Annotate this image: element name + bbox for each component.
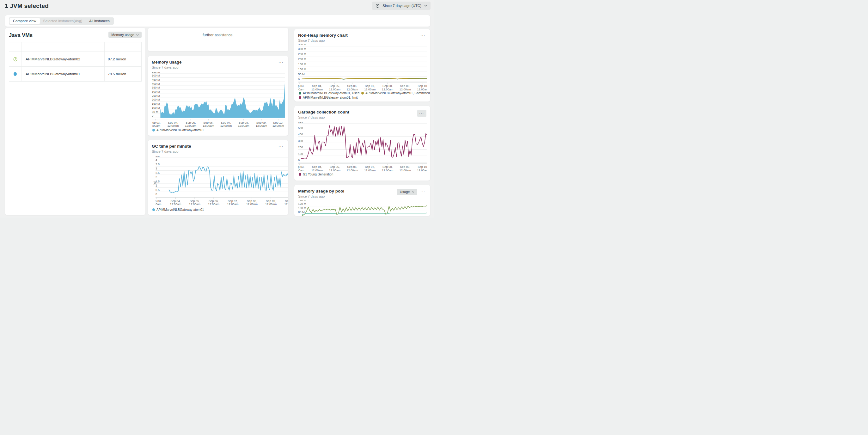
svg-text:140 M: 140 M bbox=[298, 200, 306, 202]
svg-text:Sep 09,12:00am: Sep 09,12:00am bbox=[265, 199, 277, 206]
svg-text:2.5: 2.5 bbox=[156, 172, 160, 175]
svg-text:120 M: 120 M bbox=[298, 202, 306, 206]
gc-time-title: GC time per minute bbox=[152, 144, 191, 149]
tab-selected-instances-avg-[interactable]: Selected instances(Avg) bbox=[40, 18, 86, 24]
more-menu-button[interactable]: ··· bbox=[278, 144, 285, 150]
svg-text:150 M: 150 M bbox=[152, 102, 160, 105]
svg-text:150 M: 150 M bbox=[298, 63, 306, 66]
svg-text:Sep 03,2:00am: Sep 03,2:00am bbox=[156, 199, 161, 206]
tab-compare-view[interactable]: Compare view bbox=[9, 18, 40, 24]
time-picker-label: Since 7 days ago (UTC) bbox=[382, 4, 421, 8]
chevron-down-icon bbox=[424, 5, 427, 7]
time-picker-button[interactable]: Since 7 days ago (UTC) bbox=[372, 2, 431, 10]
svg-text:0: 0 bbox=[298, 159, 300, 162]
legend-item[interactable]: APIMMarvelNLBGateway-atom01, Committed bbox=[361, 91, 430, 95]
jvm-table-row[interactable]: APIMMarvelNLBGateway-atom0287.2 million bbox=[9, 52, 141, 66]
legend-item[interactable]: APIMMarvelNLBGateway-atom01, limit bbox=[299, 96, 360, 99]
legend-label: G1 Young Generation bbox=[303, 173, 333, 176]
java-vms-title: Java VMs bbox=[9, 32, 33, 38]
svg-text:400: 400 bbox=[298, 133, 303, 136]
legend-item[interactable]: APIMMarvelNLBGateway-atom01 bbox=[152, 128, 204, 132]
memory-usage-subtitle: Since 7 days ago bbox=[152, 65, 182, 69]
svg-text:50 M: 50 M bbox=[152, 110, 158, 114]
legend-dot-icon bbox=[152, 208, 155, 211]
legend-dot-icon bbox=[299, 92, 301, 95]
svg-text:Sep 05,12:00am: Sep 05,12:00am bbox=[329, 85, 340, 90]
svg-text:Sep 07,12:00am: Sep 07,12:00am bbox=[220, 121, 232, 127]
gc-time-subtitle: Since 7 days ago bbox=[152, 150, 191, 153]
svg-text:Sep 04,12:00am: Sep 04,12:00am bbox=[167, 121, 179, 127]
svg-text:Sep 04,12:00am: Sep 04,12:00am bbox=[170, 199, 181, 206]
pool-metric-dropdown[interactable]: Usage bbox=[397, 189, 417, 195]
jvm-table: APIMMarvelNLBGateway-atom0287.2 millionA… bbox=[9, 42, 142, 82]
svg-text:0.5: 0.5 bbox=[156, 188, 160, 192]
svg-text:Sep 05,12:00am: Sep 05,12:00am bbox=[329, 165, 340, 172]
gc-time-legend: APIMMarvelNLBGateway-atom01 bbox=[152, 208, 284, 212]
gc-count-legend: G1 Young Generation bbox=[298, 173, 426, 176]
svg-text:0: 0 bbox=[298, 78, 300, 81]
svg-text:Sep 03,2:00am: Sep 03,2:00am bbox=[298, 165, 304, 172]
svg-text:500: 500 bbox=[298, 126, 303, 130]
legend-dot-icon bbox=[299, 96, 301, 99]
svg-text:Sep 08,12:00am: Sep 08,12:00am bbox=[246, 199, 258, 206]
view-tab-bar: Compare viewSelected instances(Avg)All i… bbox=[5, 15, 431, 27]
svg-text:Sep 04,12:00am: Sep 04,12:00am bbox=[311, 85, 323, 90]
svg-text:250 M: 250 M bbox=[152, 94, 160, 97]
more-menu-button[interactable]: ··· bbox=[420, 189, 427, 195]
svg-text:Sep 09,12:00am: Sep 09,12:00am bbox=[400, 165, 411, 172]
svg-text:100 M: 100 M bbox=[298, 68, 306, 71]
svg-text:200: 200 bbox=[298, 146, 303, 149]
svg-text:Sep 07,12:00am: Sep 07,12:00am bbox=[364, 165, 375, 172]
svg-text:3.5: 3.5 bbox=[156, 163, 160, 166]
svg-text:Sep 04,12:00am: Sep 04,12:00am bbox=[311, 165, 323, 172]
svg-text:350 M: 350 M bbox=[152, 86, 160, 89]
jvm-table-row[interactable]: APIMMarvelNLBGateway-atom0179.5 million bbox=[9, 66, 141, 81]
memory-pool-title: Memory usage by pool bbox=[298, 189, 344, 193]
more-menu-button[interactable]: ··· bbox=[420, 33, 427, 39]
svg-text:0: 0 bbox=[152, 114, 153, 117]
svg-text:450 M: 450 M bbox=[152, 78, 160, 81]
legend-label: APIMMarvelNLBGateway-atom01, limit bbox=[303, 96, 358, 99]
legend-label: APIMMarvelNLBGateway-atom01 bbox=[156, 128, 204, 132]
gc-time-chart[interactable]: (%) 4.543.532.521.510.50Sep 03,2:00amSep… bbox=[156, 156, 284, 207]
selected-instance-dot-icon bbox=[9, 67, 22, 81]
jvm-table-header-icon-col bbox=[9, 42, 22, 52]
memory-usage-card: Memory usage Since 7 days ago ··· 550 M5… bbox=[148, 56, 288, 136]
svg-text:Sep 08,12:00am: Sep 08,12:00am bbox=[382, 165, 393, 172]
memory-pool-chart[interactable]: 140 M120 M100 M80 M bbox=[298, 200, 426, 216]
no-data-circle-icon bbox=[9, 52, 22, 66]
legend-item[interactable]: APIMMarvelNLBGateway-atom01 bbox=[152, 208, 204, 212]
svg-text:4: 4 bbox=[156, 158, 157, 161]
svg-text:3: 3 bbox=[156, 167, 157, 170]
svg-text:Sep 06,12:00am: Sep 06,12:00am bbox=[346, 165, 358, 172]
svg-text:500 M: 500 M bbox=[152, 74, 160, 77]
jvm-table-header-row bbox=[9, 42, 141, 52]
gc-count-chart[interactable]: 6005004003002001000Sep 03,2:00amSep 04,1… bbox=[298, 122, 426, 172]
memory-usage-chart[interactable]: 550 M500 M450 M400 M350 M300 M250 M200 M… bbox=[152, 72, 284, 127]
svg-text:Sep 03,2:00am: Sep 03,2:00am bbox=[152, 121, 161, 127]
legend-item[interactable]: APIMMarvelNLBGateway-atom01, Used bbox=[299, 91, 360, 95]
gc-count-card: Garbage collection count Since 7 days ag… bbox=[294, 105, 431, 181]
legend-item[interactable]: G1 Young Generation bbox=[299, 173, 333, 176]
non-heap-chart[interactable]: 350 M300 M250 M200 M150 M100 M50 M0Sep 0… bbox=[298, 44, 426, 90]
non-heap-subtitle: Since 7 days ago bbox=[298, 38, 348, 42]
svg-text:100: 100 bbox=[298, 152, 303, 156]
gc-count-title: Garbage collection count bbox=[298, 110, 349, 115]
svg-text:550 M: 550 M bbox=[152, 72, 160, 73]
svg-text:200 M: 200 M bbox=[152, 98, 160, 101]
page-title: 1 JVM selected bbox=[5, 3, 49, 9]
svg-text:350 M: 350 M bbox=[298, 44, 306, 46]
jvm-table-header-value-col bbox=[104, 42, 141, 52]
svg-text:300 M: 300 M bbox=[152, 90, 160, 93]
jvm-metric-dropdown[interactable]: Memory usage bbox=[108, 32, 142, 38]
svg-text:Sep 10,12:00am: Sep 10,12:00am bbox=[273, 121, 284, 127]
more-menu-button[interactable]: ··· bbox=[278, 60, 285, 66]
legend-label: APIMMarvelNLBGateway-atom01, Committed bbox=[365, 91, 430, 95]
legend-dot-icon bbox=[361, 92, 364, 95]
tab-all-instances[interactable]: All instances bbox=[86, 18, 113, 24]
more-menu-button[interactable]: ··· bbox=[417, 110, 427, 117]
notice-text: further assistance. bbox=[152, 32, 284, 37]
legend-dot-icon bbox=[299, 173, 301, 176]
jvm-name: APIMMarvelNLBGateway-atom02 bbox=[22, 52, 104, 66]
chevron-down-icon bbox=[136, 34, 139, 36]
